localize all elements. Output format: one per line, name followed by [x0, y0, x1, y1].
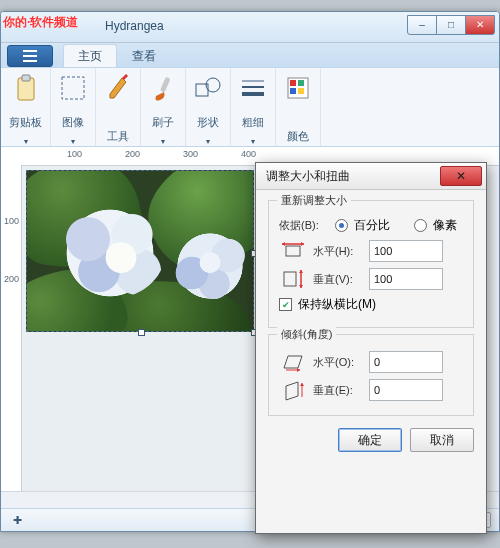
svg-rect-4	[22, 75, 30, 81]
ribbon-brushes-label: 刷子	[152, 115, 174, 130]
resize-group-legend: 重新调整大小	[277, 193, 351, 208]
resize-h-label: 水平(H):	[313, 244, 363, 259]
vertical-ruler: 100 200	[1, 166, 22, 491]
window-title: Hydrangea	[105, 19, 164, 33]
ribbon-size-label: 粗细	[242, 115, 264, 130]
svg-marker-26	[299, 285, 303, 288]
resize-h-input[interactable]	[369, 240, 443, 262]
svg-rect-19	[286, 246, 300, 256]
tab-view[interactable]: 查看	[117, 44, 171, 67]
skew-h-label: 水平(O):	[313, 355, 363, 370]
resize-v-input[interactable]	[369, 268, 443, 290]
chevron-down-icon: ▾	[251, 140, 255, 144]
dialog-close-button[interactable]: ✕	[440, 166, 482, 186]
ruler-tick: 400	[241, 149, 256, 159]
canvas-image[interactable]	[26, 170, 254, 332]
ribbon-shapes[interactable]: 形状 ▾	[186, 68, 231, 146]
titlebar[interactable]: 你的·软件频道 Hydrangea – □ ✕	[1, 12, 499, 43]
aspect-label: 保持纵横比(M)	[298, 296, 376, 313]
maximize-button[interactable]: □	[436, 15, 466, 35]
resize-group: 重新调整大小 依据(B): 百分比 像素 水平(H): 垂直(V): ✔	[268, 200, 474, 328]
svg-marker-27	[284, 356, 302, 368]
svg-rect-23	[284, 272, 296, 286]
tab-home[interactable]: 主页	[63, 44, 117, 67]
chevron-down-icon: ▾	[24, 140, 28, 144]
image-select-icon	[59, 72, 87, 104]
app-menu-icon	[23, 50, 37, 62]
svg-rect-5	[62, 77, 84, 99]
skew-v-input[interactable]	[369, 379, 443, 401]
ruler-tick: 200	[4, 274, 19, 284]
resize-v-label: 垂直(V):	[313, 272, 363, 287]
svg-marker-25	[299, 270, 303, 273]
skew-v-label: 垂直(E):	[313, 383, 363, 398]
resize-skew-dialog: 调整大小和扭曲 ✕ 重新调整大小 依据(B): 百分比 像素 水平(H): 垂直…	[255, 162, 487, 534]
svg-rect-16	[298, 80, 304, 86]
radio-percent-label: 百分比	[354, 217, 390, 234]
minimize-button[interactable]: –	[407, 15, 437, 35]
resize-vertical-icon	[279, 268, 307, 290]
ribbon-tools[interactable]: 工具	[96, 68, 141, 146]
ribbon-clipboard-label: 剪贴板	[9, 115, 42, 130]
svg-rect-8	[160, 77, 171, 93]
radio-pixels[interactable]	[414, 219, 427, 232]
chevron-down-icon: ▾	[71, 140, 75, 144]
ribbon-tools-label: 工具	[107, 129, 129, 144]
cancel-button[interactable]: 取消	[410, 428, 474, 452]
cancel-button-label: 取消	[430, 432, 454, 449]
dialog-titlebar[interactable]: 调整大小和扭曲 ✕	[256, 163, 486, 190]
skew-h-input[interactable]	[369, 351, 443, 373]
ribbon-image-label: 图像	[62, 115, 84, 130]
maximize-icon: □	[448, 20, 454, 30]
resize-horizontal-icon	[279, 240, 307, 262]
close-icon: ✕	[476, 20, 484, 30]
tab-row: 主页 查看	[1, 43, 499, 68]
ruler-tick: 100	[67, 149, 82, 159]
ribbon-colors-label: 颜色	[287, 129, 309, 144]
by-label: 依据(B):	[279, 218, 329, 233]
ribbon-shapes-label: 形状	[197, 115, 219, 130]
ribbon: 剪贴板 ▾ 图像 ▾ 工具 刷子 ▾ 形状 ▾ 粗细 ▾ 颜色	[1, 68, 499, 147]
ribbon-clipboard[interactable]: 剪贴板 ▾	[1, 68, 51, 146]
svg-marker-32	[300, 383, 304, 386]
skew-horizontal-icon	[279, 351, 307, 373]
dialog-title: 调整大小和扭曲	[266, 168, 350, 185]
ribbon-image[interactable]: 图像 ▾	[51, 68, 96, 146]
aspect-checkbox[interactable]: ✔	[279, 298, 292, 311]
ok-button-label: 确定	[358, 432, 382, 449]
resize-handle[interactable]	[138, 329, 145, 336]
chevron-down-icon: ▾	[161, 140, 165, 144]
svg-rect-0	[23, 50, 37, 52]
radio-pixels-label: 像素	[433, 217, 457, 234]
brand-corner: 你的·软件频道	[3, 14, 78, 31]
svg-marker-6	[110, 78, 126, 98]
app-menu-button[interactable]	[7, 45, 53, 67]
ruler-tick: 300	[183, 149, 198, 159]
svg-marker-21	[282, 242, 285, 246]
close-button[interactable]: ✕	[465, 15, 495, 35]
svg-marker-22	[301, 242, 304, 246]
svg-rect-18	[298, 88, 304, 94]
chevron-down-icon: ▾	[206, 140, 210, 144]
stroke-size-icon	[239, 72, 267, 104]
clipboard-icon	[12, 72, 40, 104]
ribbon-colors[interactable]: 颜色	[276, 68, 321, 146]
svg-rect-17	[290, 88, 296, 94]
tab-home-label: 主页	[78, 48, 102, 65]
radio-percent[interactable]	[335, 219, 348, 232]
ribbon-brushes[interactable]: 刷子 ▾	[141, 68, 186, 146]
close-icon: ✕	[456, 169, 466, 183]
minimize-icon: –	[419, 20, 425, 30]
skew-vertical-icon	[279, 379, 307, 401]
svg-marker-30	[286, 382, 298, 400]
ribbon-size[interactable]: 粗细 ▾	[231, 68, 276, 146]
ruler-tick: 100	[4, 216, 19, 226]
skew-group: 倾斜(角度) 水平(O): 垂直(E):	[268, 334, 474, 416]
ruler-tick: 200	[125, 149, 140, 159]
shapes-icon	[194, 72, 222, 104]
svg-rect-2	[23, 60, 37, 62]
svg-rect-1	[23, 55, 37, 57]
skew-group-legend: 倾斜(角度)	[277, 327, 336, 342]
ok-button[interactable]: 确定	[338, 428, 402, 452]
tab-view-label: 查看	[132, 48, 156, 65]
